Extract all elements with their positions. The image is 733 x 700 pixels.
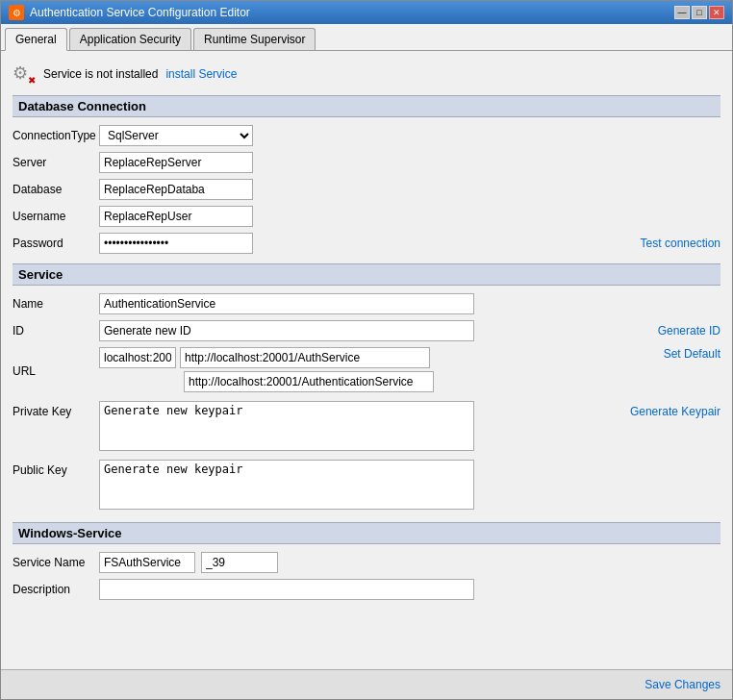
- install-service-link[interactable]: install Service: [165, 67, 237, 81]
- close-button[interactable]: ✕: [709, 6, 724, 19]
- error-icon: ✖: [28, 75, 36, 86]
- window-title: Authentication Service Configuration Edi…: [30, 6, 250, 19]
- windows-description-row: Description: [13, 579, 720, 600]
- service-id-input[interactable]: [99, 320, 474, 341]
- windows-service-section: Windows-Service Service Name Description: [13, 522, 720, 600]
- database-label: Database: [13, 183, 99, 196]
- private-key-wrapper: Generate new keypair: [99, 401, 474, 454]
- windows-service-header: Windows-Service: [13, 522, 720, 544]
- public-key-wrapper: Generate new keypair: [99, 460, 474, 512]
- title-bar-left: ⚙ Authentication Service Configuration E…: [9, 5, 250, 20]
- maximize-button[interactable]: □: [692, 6, 707, 19]
- app-icon: ⚙: [9, 5, 24, 20]
- service-id-label: ID: [13, 324, 99, 338]
- tab-runtime[interactable]: Runtime Supervisor: [193, 28, 316, 50]
- service-status-row: ⚙ ✖ Service is not installed install Ser…: [13, 62, 720, 86]
- server-row: Server: [13, 152, 720, 173]
- save-changes-button[interactable]: Save Changes: [645, 678, 720, 691]
- url-row-2: [99, 371, 434, 392]
- url-path2-input[interactable]: [184, 371, 434, 392]
- database-row: Database: [13, 179, 720, 200]
- url-path1-input[interactable]: [180, 347, 430, 368]
- windows-service-name-row: Service Name: [13, 552, 720, 573]
- private-key-label: Private Key: [13, 401, 99, 418]
- service-name-label: Name: [13, 297, 99, 311]
- connection-type-label: ConnectionType: [13, 129, 99, 142]
- username-row: Username: [13, 206, 720, 227]
- connection-type-select[interactable]: SqlServer MySql Oracle SQLite: [99, 125, 253, 146]
- database-connection-section: Database Connection ConnectionType SqlSe…: [13, 95, 720, 254]
- service-name-row: Name: [13, 293, 720, 314]
- service-url-label: URL: [13, 364, 99, 378]
- service-not-installed-text: Service is not installed: [43, 67, 158, 81]
- password-label: Password: [13, 237, 99, 250]
- minimize-button[interactable]: —: [674, 6, 690, 19]
- windows-description-input[interactable]: [99, 579, 474, 600]
- username-label: Username: [13, 210, 99, 223]
- service-name-prefix-input[interactable]: [99, 552, 195, 573]
- public-key-label: Public Key: [13, 460, 99, 477]
- generate-id-link[interactable]: Generate ID: [658, 324, 720, 338]
- footer: Save Changes: [1, 669, 732, 699]
- tab-app-security[interactable]: Application Security: [69, 28, 191, 50]
- database-input[interactable]: [99, 179, 253, 200]
- service-url-row: URL Set Default: [13, 347, 720, 395]
- service-header: Service: [13, 263, 720, 286]
- server-input[interactable]: [99, 152, 253, 173]
- windows-description-label: Description: [13, 583, 99, 596]
- connection-type-row: ConnectionType SqlServer MySql Oracle SQ…: [13, 125, 720, 146]
- generate-keypair-link[interactable]: Generate Keypair: [630, 405, 720, 418]
- content-area: General Application Security Runtime Sup…: [1, 24, 732, 699]
- public-key-textarea[interactable]: Generate new keypair: [99, 460, 474, 510]
- url-row-1: [99, 347, 434, 368]
- windows-service-name-label: Service Name: [13, 556, 99, 569]
- gear-icon: ⚙: [13, 63, 28, 83]
- tab-general[interactable]: General: [5, 28, 67, 51]
- service-id-row: ID Generate ID: [13, 320, 720, 341]
- title-bar: ⚙ Authentication Service Configuration E…: [1, 1, 732, 24]
- private-key-row: Private Key Generate new keypair Generat…: [13, 401, 720, 454]
- service-status-icon: ⚙ ✖: [13, 62, 36, 86]
- main-content: ⚙ ✖ Service is not installed install Ser…: [1, 51, 732, 669]
- private-key-textarea[interactable]: Generate new keypair: [99, 401, 474, 451]
- title-buttons: — □ ✕: [674, 6, 724, 19]
- service-name-inputs: [99, 552, 278, 573]
- username-input[interactable]: [99, 206, 253, 227]
- url-port-input[interactable]: [99, 347, 176, 368]
- password-row: Password Test connection: [13, 233, 720, 254]
- service-section: Service Name ID Generate ID URL: [13, 263, 720, 512]
- public-key-row: Public Key Generate new keypair: [13, 460, 720, 512]
- app-window: ⚙ Authentication Service Configuration E…: [0, 0, 733, 700]
- database-connection-header: Database Connection: [13, 95, 720, 117]
- server-label: Server: [13, 156, 99, 169]
- tab-bar: General Application Security Runtime Sup…: [1, 24, 732, 51]
- url-inputs: [99, 347, 434, 395]
- service-name-suffix-input[interactable]: [201, 552, 278, 573]
- set-default-link[interactable]: Set Default: [664, 347, 720, 361]
- password-input[interactable]: [99, 233, 253, 254]
- service-name-input[interactable]: [99, 293, 474, 314]
- test-connection-link[interactable]: Test connection: [641, 237, 720, 250]
